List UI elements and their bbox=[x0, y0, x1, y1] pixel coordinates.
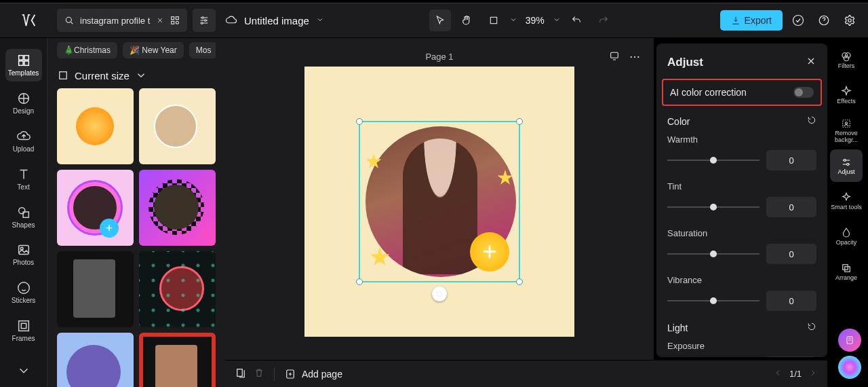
settings-button[interactable] bbox=[840, 10, 860, 31]
tint-value[interactable]: 0 bbox=[766, 197, 816, 217]
svg-rect-38 bbox=[845, 267, 850, 272]
delete-page-button[interactable] bbox=[254, 367, 264, 381]
control-label: Warmth bbox=[667, 134, 816, 145]
page-menu[interactable]: ⋯ bbox=[629, 50, 642, 63]
nav-text[interactable]: Text bbox=[5, 162, 42, 195]
control-label: Vibrance bbox=[667, 275, 816, 285]
present-icon[interactable] bbox=[609, 50, 620, 61]
nav-photos[interactable]: Photos bbox=[5, 238, 42, 271]
template-thumb[interactable] bbox=[139, 251, 216, 327]
resize-handle[interactable] bbox=[356, 278, 363, 285]
crop-tool[interactable] bbox=[482, 9, 505, 32]
ai-assistant-fab[interactable] bbox=[838, 329, 861, 352]
svg-rect-22 bbox=[21, 323, 26, 328]
tool-filters[interactable]: Filters bbox=[830, 43, 863, 76]
redo-button[interactable] bbox=[592, 9, 615, 32]
tool-opacity[interactable]: Opacity bbox=[830, 220, 863, 253]
reset-light-button[interactable] bbox=[807, 322, 816, 334]
exposure-value[interactable]: 0 bbox=[766, 356, 816, 357]
template-thumb[interactable] bbox=[57, 88, 134, 164]
warmth-value[interactable]: 0 bbox=[766, 150, 816, 170]
add-page-label: Add page bbox=[302, 369, 342, 380]
svg-rect-21 bbox=[18, 321, 28, 331]
warmth-control: Warmth 0 bbox=[667, 134, 816, 170]
close-panel-button[interactable] bbox=[806, 56, 816, 69]
nav-upload[interactable]: Upload bbox=[5, 125, 42, 158]
tool-remove-background[interactable]: Remove backgr... bbox=[830, 114, 863, 147]
title-dropdown[interactable] bbox=[316, 14, 324, 26]
tool-adjust[interactable]: Adjust bbox=[830, 149, 863, 182]
template-search[interactable] bbox=[57, 9, 187, 32]
zoom-dropdown[interactable] bbox=[553, 14, 561, 26]
chip-christmas[interactable]: 🎄Christmas bbox=[57, 42, 117, 58]
cursor-tool[interactable] bbox=[429, 10, 451, 31]
resize-handle[interactable] bbox=[356, 118, 363, 125]
checklist-button[interactable] bbox=[788, 10, 808, 31]
nav-templates[interactable]: Templates bbox=[5, 49, 42, 81]
nav-shapes[interactable]: Shapes bbox=[5, 200, 42, 233]
svg-rect-11 bbox=[18, 56, 22, 60]
svg-rect-39 bbox=[237, 369, 243, 376]
nav-design[interactable]: Design bbox=[5, 87, 42, 119]
saturation-control: Saturation 0 bbox=[667, 228, 816, 264]
template-thumb[interactable] bbox=[139, 88, 216, 164]
right-tool-strip: Filters Effects Remove backgr... Adjust … bbox=[830, 43, 863, 288]
undo-button[interactable] bbox=[565, 9, 588, 32]
rotate-handle[interactable] bbox=[432, 287, 447, 301]
template-thumb[interactable] bbox=[139, 170, 216, 246]
svg-rect-14 bbox=[24, 61, 28, 65]
ai-color-correction-row: AI color correction bbox=[662, 79, 822, 106]
svg-point-5 bbox=[202, 17, 204, 19]
search-input[interactable] bbox=[80, 16, 151, 26]
template-panel: 🎄Christmas 🎉 New Year Mos Current size + bbox=[47, 38, 225, 387]
tool-label: Filters bbox=[838, 63, 855, 69]
chip-new-year[interactable]: 🎉 New Year bbox=[123, 42, 184, 58]
nav-label: Upload bbox=[13, 145, 35, 153]
template-thumb[interactable] bbox=[139, 333, 216, 387]
help-button[interactable] bbox=[814, 10, 834, 31]
crop-dropdown[interactable] bbox=[509, 14, 517, 26]
project-title[interactable]: Untitled image bbox=[244, 15, 309, 26]
resize-handle[interactable] bbox=[516, 278, 523, 285]
next-page-button[interactable] bbox=[808, 368, 818, 380]
visual-search-icon[interactable] bbox=[170, 15, 180, 26]
vibrance-slider[interactable] bbox=[667, 296, 760, 306]
selection-box[interactable]: + bbox=[359, 121, 520, 282]
pages-button[interactable] bbox=[235, 367, 247, 382]
svg-point-4 bbox=[176, 21, 178, 24]
reset-color-button[interactable] bbox=[807, 115, 816, 128]
template-thumb[interactable]: + bbox=[57, 170, 134, 246]
app-logo[interactable] bbox=[8, 3, 49, 37]
export-button[interactable]: Export bbox=[720, 10, 783, 31]
page-canvas[interactable]: + bbox=[304, 67, 574, 337]
size-filter[interactable]: Current size bbox=[57, 69, 216, 81]
resize-handle[interactable] bbox=[516, 118, 523, 125]
svg-rect-24 bbox=[611, 52, 618, 58]
ai-color-toggle[interactable] bbox=[793, 87, 814, 98]
prev-page-button[interactable] bbox=[773, 368, 783, 380]
color-wheel-fab[interactable] bbox=[838, 356, 861, 379]
chip-more[interactable]: Mos bbox=[189, 42, 216, 58]
tool-smart-tools[interactable]: Smart tools bbox=[830, 185, 863, 217]
svg-point-0 bbox=[66, 17, 71, 22]
add-page-button[interactable]: Add page bbox=[284, 368, 342, 380]
saturation-slider[interactable] bbox=[667, 249, 760, 259]
nav-label: Shapes bbox=[12, 221, 35, 229]
cloud-sync-icon[interactable] bbox=[225, 14, 237, 26]
saturation-value[interactable]: 0 bbox=[766, 244, 816, 264]
clear-search-icon[interactable] bbox=[156, 16, 164, 24]
tint-slider[interactable] bbox=[667, 202, 760, 212]
template-thumb[interactable] bbox=[57, 251, 134, 327]
vibrance-value[interactable]: 0 bbox=[766, 291, 816, 311]
tool-effects[interactable]: Effects bbox=[830, 79, 863, 111]
tool-arrange[interactable]: Arrange bbox=[830, 255, 863, 288]
add-badge[interactable]: + bbox=[470, 232, 509, 272]
hand-tool[interactable] bbox=[455, 9, 478, 32]
nav-more[interactable] bbox=[5, 354, 42, 387]
warmth-slider[interactable] bbox=[667, 155, 760, 165]
nav-frames[interactable]: Frames bbox=[5, 314, 42, 346]
nav-stickers[interactable]: Stickers bbox=[5, 276, 42, 309]
filter-button[interactable] bbox=[193, 9, 216, 32]
zoom-level[interactable]: 39% bbox=[526, 15, 545, 26]
template-thumb[interactable] bbox=[57, 333, 134, 387]
